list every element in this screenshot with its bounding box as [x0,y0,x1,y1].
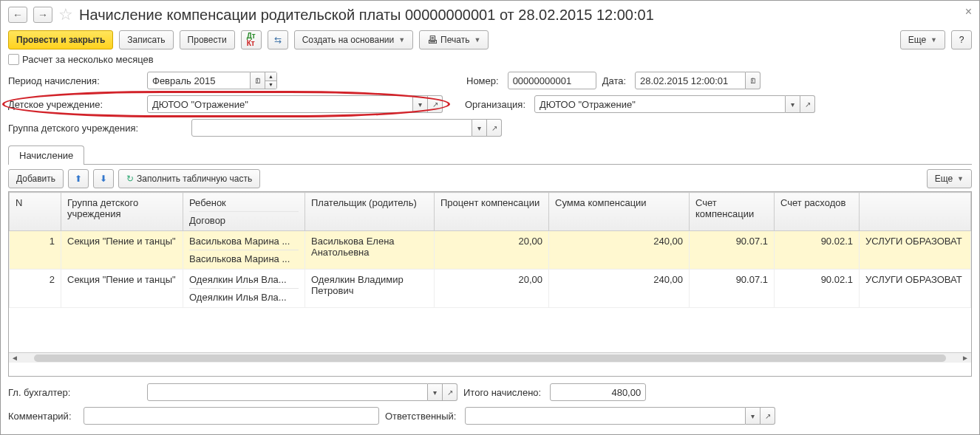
table-row[interactable]: 2Секция "Пение и танцы"Одеялкин Илья Вла… [10,270,971,308]
dropdown-icon[interactable]: ▾ [413,95,428,113]
cell-acc-comp: 90.07.1 [690,270,775,308]
col-child[interactable]: Ребенок Договор [183,193,305,231]
scroll-right-icon[interactable]: ► [959,354,971,362]
window-title: Начисление компенсации родительской плат… [79,7,654,24]
total-value: 480,00 [550,383,646,401]
cell-group: Секция "Пение и танцы" [61,231,183,270]
create-on-basis-button[interactable]: Создать на основании▼ [294,30,413,49]
post-button[interactable]: Провести [180,30,235,49]
cell-sum: 240,00 [549,270,690,308]
comment-input[interactable] [84,407,379,425]
fill-icon [126,174,134,184]
cell-extra: УСЛУГИ ОБРАЗОВАТ [860,231,971,270]
cell-acc-comp: 90.07.1 [690,231,775,270]
move-down-button[interactable]: ⬇ [93,169,114,188]
open-icon[interactable]: ↗ [800,95,815,113]
arrow-down-icon: ⬇ [100,174,107,184]
total-label: Итого начислено: [463,387,541,398]
arrow-up-icon: ⬆ [75,174,82,184]
cell-acc-exp: 90.02.1 [775,270,860,308]
org-label: Организация: [465,99,525,110]
scroll-thumb[interactable] [34,354,946,362]
child-org-label: Детское учреждение: [8,99,141,110]
dropdown-icon[interactable]: ▾ [428,383,443,401]
chevron-down-icon: ▼ [474,36,480,44]
tab-accrual[interactable]: Начисление [8,145,84,165]
table-row[interactable]: 1Секция "Пение и танцы"Василькова Марина… [10,231,971,270]
horizontal-scrollbar[interactable]: ◄ ► [9,352,971,363]
cell-acc-exp: 90.02.1 [775,231,860,270]
favorite-star-icon[interactable]: ☆ [58,5,73,24]
move-up-button[interactable]: ⬆ [68,169,89,188]
cell-extra: УСЛУГИ ОБРАЗОВАТ [860,270,971,308]
add-row-button[interactable]: Добавить [8,169,64,188]
col-sum[interactable]: Сумма компенсации [549,193,690,231]
calendar-icon[interactable]: 🗓 [746,72,760,89]
print-button[interactable]: Печать▼ [419,30,489,49]
date-label: Дата: [602,75,626,86]
chevron-down-icon: ▼ [930,36,937,44]
open-icon[interactable]: ↗ [428,95,443,113]
cell-pct: 20,00 [435,231,549,270]
print-icon [427,34,438,46]
open-icon[interactable]: ↗ [487,119,502,137]
cell-payer: Василькова Елена Анатольевна [305,231,435,270]
child-org-input[interactable]: ДЮТОО "Отражение" [147,95,413,113]
calendar-icon[interactable]: 🗓 [251,72,265,89]
dropdown-icon[interactable]: ▾ [746,407,760,425]
dropdown-icon[interactable]: ▾ [786,95,800,113]
number-label: Номер: [466,75,499,86]
chevron-down-icon: ▼ [957,175,964,182]
dt-kt-icon: ДтКт [247,32,256,47]
period-input[interactable]: Февраль 2015 [147,72,251,89]
period-down[interactable]: ▼ [265,81,276,89]
cell-child: Василькова Марина ...Василькова Марина .… [183,231,305,270]
period-label: Период начисления: [8,75,141,86]
dropdown-icon[interactable]: ▾ [472,119,487,137]
cell-n: 2 [10,270,61,308]
more-button[interactable]: Еще▼ [900,30,945,49]
cell-pct: 20,00 [435,270,549,308]
date-input[interactable]: 28.02.2015 12:00:01 [635,72,746,89]
nav-forward-button[interactable]: → [33,7,52,23]
col-extra[interactable] [860,193,971,231]
col-group[interactable]: Группа детского учреждения [61,193,183,231]
nav-back-button[interactable]: ← [8,7,27,23]
cell-n: 1 [10,231,61,270]
open-icon[interactable]: ↗ [760,407,775,425]
chevron-down-icon: ▼ [398,36,405,44]
structure-button[interactable]: ⇆ [268,30,288,49]
col-n[interactable]: N [10,193,61,231]
org-input[interactable]: ДЮТОО "Отражение" [534,95,786,113]
accountant-input[interactable] [147,383,428,401]
cell-group: Секция "Пение и танцы" [61,270,183,308]
multi-month-label: Расчет за несколько месяцев [22,54,154,65]
help-button[interactable]: ? [951,30,972,49]
group-input[interactable] [191,119,472,137]
save-button[interactable]: Записать [119,30,173,49]
col-acc-exp[interactable]: Счет расходов [775,193,860,231]
period-up[interactable]: ▲ [265,72,276,81]
col-acc-comp[interactable]: Счет компенсации [690,193,775,231]
multi-month-checkbox[interactable] [8,54,19,65]
group-label: Группа детского учреждения: [8,123,186,134]
post-and-close-button[interactable]: Провести и закрыть [8,30,113,49]
responsible-label: Ответственный: [385,411,456,422]
responsible-input[interactable] [465,407,746,425]
col-pct[interactable]: Процент компенсации [435,193,549,231]
accountant-label: Гл. бухгалтер: [8,387,141,398]
scroll-left-icon[interactable]: ◄ [9,354,21,362]
structure-icon: ⇆ [274,35,282,45]
open-icon[interactable]: ↗ [443,383,457,401]
cell-sum: 240,00 [549,231,690,270]
cell-payer: Одеялкин Владимир Петрович [305,270,435,308]
comment-label: Комментарий: [8,411,75,422]
dt-kt-button[interactable]: ДтКт [241,30,262,49]
cell-child: Одеялкин Илья Вла...Одеялкин Илья Вла... [183,270,305,308]
table-more-button[interactable]: Еще▼ [927,169,972,188]
accrual-table[interactable]: N Группа детского учреждения Ребенок Дог… [8,191,972,377]
number-input[interactable]: 00000000001 [508,72,596,89]
close-icon[interactable]: × [965,5,972,18]
fill-table-button[interactable]: Заполнить табличную часть [118,169,260,188]
col-payer[interactable]: Плательщик (родитель) [305,193,435,231]
